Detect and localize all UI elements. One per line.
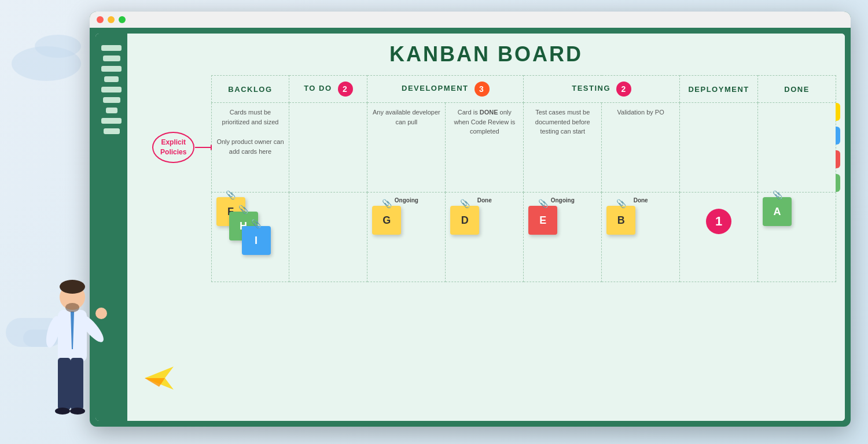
deployment-cards-cell: 1 (680, 193, 758, 282)
dev-done-policy-cell: Card is DONE only when Code Review is co… (446, 103, 524, 193)
card-e[interactable]: E (528, 206, 557, 235)
minimize-button-dot[interactable] (108, 16, 115, 23)
col-todo: TO DO 2 (289, 76, 367, 103)
backlog-policy-2: Only product owner can add cards here (216, 137, 285, 156)
svg-point-12 (70, 408, 85, 415)
dev-ongoing-policy-cell: Any available developer can pull (367, 103, 446, 193)
col-deployment: DEPLOYMENT (680, 76, 758, 103)
card-g[interactable]: G (372, 206, 401, 235)
explicit-policies-label: ExplicitPolicies (160, 138, 186, 157)
browser-titlebar (90, 12, 851, 28)
card-d[interactable]: D (450, 206, 479, 235)
col-backlog: BACKLOG (211, 76, 289, 103)
card-b[interactable]: B (606, 206, 635, 235)
col-done: DONE (758, 76, 836, 103)
svg-point-3 (60, 280, 85, 294)
dev-badge: 3 (475, 82, 490, 97)
todo-badge: 2 (338, 82, 353, 97)
maximize-button-dot[interactable] (119, 16, 126, 23)
done-policy-cell (758, 103, 836, 193)
done-cards-cell: A (758, 193, 836, 282)
sidebar-stripe (104, 128, 120, 134)
sidebar-stripe (103, 97, 120, 103)
close-button-dot[interactable] (97, 16, 104, 23)
browser-content: KANBAN BOARD User Stories Intangible Def… (95, 34, 845, 421)
backlog-policy-1: Cards must be prioritized and sized (216, 108, 285, 127)
board-title: KANBAN BOARD (136, 42, 836, 66)
sidebar-stripe (106, 108, 117, 113)
deployment-count-badge: 1 (706, 209, 731, 234)
explicit-policies-cell: ExplicitPolicies (136, 103, 211, 193)
dev-ongoing-policy: Any available developer can pull (372, 108, 440, 127)
todo-cards-cell (289, 193, 367, 282)
testing-ongoing-policy-cell: Test cases must be documented before tes… (524, 103, 602, 193)
backlog-policy-cell: Cards must be prioritized and sized Only… (211, 103, 289, 193)
dev-done-policy: Card is DONE only when Code Review is co… (450, 108, 518, 136)
policy-col-header (136, 76, 211, 103)
card-i[interactable]: I (242, 226, 271, 255)
testing-badge: 2 (616, 82, 631, 97)
backlog-stacked-cards: F H I (216, 197, 257, 249)
todo-policy-cell (289, 103, 367, 193)
svg-rect-7 (71, 358, 83, 410)
svg-point-9 (95, 308, 107, 319)
testing-done-policy: Validation by PO (606, 108, 675, 117)
backlog-cards-cell: F H I (211, 193, 289, 282)
col-development: DEVELOPMENT 3 (367, 76, 524, 103)
svg-marker-1 (145, 378, 165, 387)
deployment-policy-cell (680, 103, 758, 193)
board-area: KANBAN BOARD User Stories Intangible Def… (127, 34, 845, 421)
browser-window: KANBAN BOARD User Stories Intangible Def… (90, 12, 851, 427)
col-testing: TESTING 2 (524, 76, 680, 103)
sidebar-stripe (101, 87, 122, 92)
testing-done-policy-cell: Validation by PO (602, 103, 680, 193)
policy-arrow (195, 147, 212, 148)
svg-point-11 (55, 408, 70, 415)
sidebar-stripe (104, 76, 119, 82)
svg-point-13 (65, 303, 79, 312)
dev-ongoing-cards-cell: Ongoing G (367, 193, 446, 282)
testing-ongoing-cards-cell: Ongoing E (524, 193, 602, 282)
svg-rect-6 (58, 358, 71, 410)
policy-cards-empty (136, 193, 211, 282)
dev-done-cards-cell: Done D (446, 193, 524, 282)
sidebar-stripe (103, 56, 120, 61)
sidebar-stripe (101, 66, 122, 72)
testing-done-cards-cell: Done B (602, 193, 680, 282)
sidebar-stripe (101, 45, 122, 51)
sidebar-stripe (101, 118, 122, 124)
testing-ongoing-policy: Test cases must be documented before tes… (528, 108, 597, 136)
kanban-table: BACKLOG TO DO 2 DEVELOPMENT 3 TESTING (136, 75, 836, 282)
card-a[interactable]: A (763, 197, 792, 226)
